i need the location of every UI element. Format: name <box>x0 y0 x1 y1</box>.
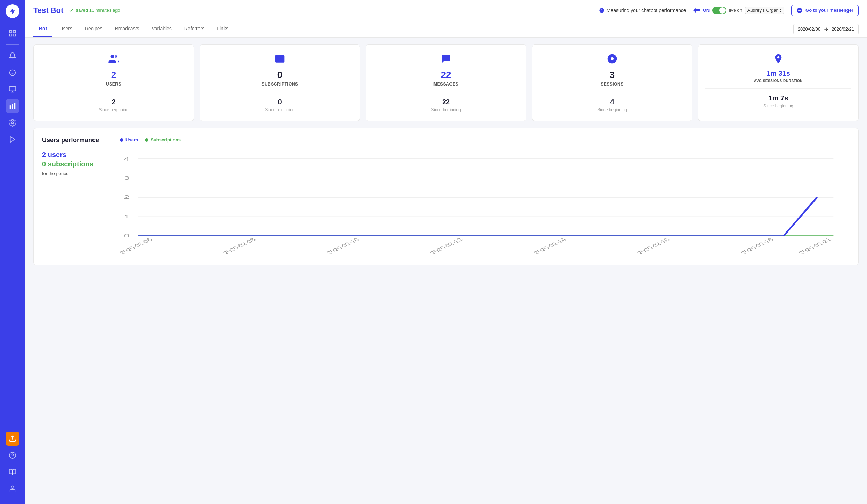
live-on-link[interactable]: Audrey's Organic <box>745 7 784 14</box>
book-icon[interactable] <box>6 465 19 479</box>
users-since-value: 2 <box>112 98 115 106</box>
chart-area: 4 3 2 1 0 2020-02-06 2020-02-08 2020-02-… <box>105 151 850 257</box>
svg-rect-1 <box>13 31 15 33</box>
messenger-button[interactable]: Go to your messenger <box>791 5 859 16</box>
stat-divider <box>705 88 851 89</box>
svg-marker-20 <box>693 8 700 13</box>
sessions-icon <box>607 53 618 67</box>
avg-duration-value: 1m 31s <box>767 70 790 78</box>
svg-point-4 <box>10 70 16 76</box>
messages-label: MESSAGES <box>433 82 459 87</box>
stat-divider <box>539 92 685 92</box>
svg-rect-5 <box>9 87 16 91</box>
bell-icon[interactable] <box>6 49 19 63</box>
svg-text:2020-02-12: 2020-02-12 <box>428 237 464 255</box>
toggle-label: ON <box>703 8 710 13</box>
chart-legend: Users Subscriptions <box>120 137 181 143</box>
mask-icon[interactable] <box>6 66 19 80</box>
arrow-icon <box>693 8 700 13</box>
date-range[interactable]: 2020/02/06 2020/02/21 <box>793 24 859 34</box>
users-value: 2 <box>111 70 116 80</box>
sessions-value: 3 <box>610 70 615 80</box>
legend-users[interactable]: Users <box>120 137 138 143</box>
chart-subs-stat: 0 subscriptions <box>42 160 98 168</box>
content-area: 2 USERS 2 Since beginning 0 SUBSCRIPTION… <box>25 38 867 504</box>
sessions-label: SESSIONS <box>601 82 623 87</box>
users-label: USERS <box>106 82 121 87</box>
sidebar-divider-1 <box>6 44 19 45</box>
tab-recipes[interactable]: Recipes <box>79 21 108 37</box>
sessions-since-label: Since beginning <box>597 107 627 112</box>
svg-rect-0 <box>10 31 12 33</box>
avg-duration-since-value: 1m 7s <box>769 94 788 102</box>
svg-text:0: 0 <box>124 233 130 238</box>
users-icon <box>108 53 119 67</box>
measuring-label: Measuring your chatbot performance <box>599 8 686 13</box>
svg-text:2020-02-21: 2020-02-21 <box>796 237 833 255</box>
tab-broadcasts[interactable]: Broadcasts <box>109 21 145 37</box>
stat-divider <box>41 92 187 92</box>
svg-text:2020-02-08: 2020-02-08 <box>221 237 258 255</box>
svg-rect-2 <box>10 34 12 36</box>
svg-point-11 <box>11 122 14 124</box>
tab-links[interactable]: Links <box>211 21 234 37</box>
main-content: Test Bot saved 16 minutes ago Measuring … <box>25 0 867 504</box>
stat-divider <box>207 92 353 92</box>
sidebar <box>0 0 25 504</box>
svg-rect-10 <box>14 103 16 109</box>
subscriptions-icon <box>274 53 285 67</box>
tab-users[interactable]: Users <box>54 21 78 37</box>
messages-value: 22 <box>441 70 451 80</box>
svg-text:2020-02-18: 2020-02-18 <box>739 237 775 255</box>
tab-variables[interactable]: Variables <box>146 21 177 37</box>
help-icon[interactable] <box>6 448 19 462</box>
svg-text:4: 4 <box>124 156 130 161</box>
stat-card-users: 2 USERS 2 Since beginning <box>33 44 194 121</box>
legend-subscriptions[interactable]: Subscriptions <box>145 137 181 143</box>
subscriptions-value: 0 <box>277 70 282 80</box>
upload-icon[interactable] <box>6 432 19 446</box>
arrow-right-icon <box>823 26 829 32</box>
stat-card-avg-duration: 1m 31s AVG SESSIONS DURATION 1m 7s Since… <box>698 44 859 121</box>
chart-section: Users performance Users Subscriptions 2 … <box>33 128 859 265</box>
chart-period: for the period <box>42 171 98 176</box>
messages-since-label: Since beginning <box>431 107 461 112</box>
svg-rect-8 <box>10 105 11 109</box>
chart-users-stat: 2 users <box>42 151 98 159</box>
line-chart-svg: 4 3 2 1 0 2020-02-06 2020-02-08 2020-02-… <box>105 151 850 255</box>
svg-text:2: 2 <box>124 195 130 200</box>
live-on-label: live on <box>729 8 742 13</box>
stat-cards: 2 USERS 2 Since beginning 0 SUBSCRIPTION… <box>33 44 859 121</box>
legend-subs-dot <box>145 138 148 142</box>
svg-text:2020-02-14: 2020-02-14 <box>532 237 568 255</box>
svg-text:2020-02-10: 2020-02-10 <box>324 237 361 255</box>
legend-users-dot <box>120 138 123 142</box>
person-icon[interactable] <box>6 482 19 496</box>
chart-icon[interactable] <box>6 99 19 113</box>
messages-icon <box>440 53 452 67</box>
stat-divider <box>373 92 519 92</box>
play-icon[interactable] <box>6 132 19 146</box>
chart-header: Users performance Users Subscriptions <box>42 137 850 144</box>
sidebar-logo[interactable] <box>6 4 19 18</box>
tab-bot[interactable]: Bot <box>33 21 52 37</box>
tab-referrers[interactable]: Referrers <box>179 21 210 37</box>
svg-text:2020-02-16: 2020-02-16 <box>635 237 672 255</box>
nav-tabs: Bot Users Recipes Broadcasts Variables R… <box>25 21 867 38</box>
svg-point-22 <box>111 55 114 58</box>
stat-card-subscriptions: 0 SUBSCRIPTIONS 0 Since beginning <box>200 44 360 121</box>
stat-card-messages: 22 MESSAGES 22 Since beginning <box>366 44 526 121</box>
grid-icon[interactable] <box>6 26 19 40</box>
chart-stats-left: 2 users 0 subscriptions for the period <box>42 151 98 257</box>
subscriptions-since-label: Since beginning <box>265 107 294 112</box>
toggle-area: ON live on Audrey's Organic <box>693 7 784 14</box>
live-toggle[interactable] <box>712 7 726 14</box>
subscriptions-label: SUBSCRIPTIONS <box>261 82 298 87</box>
widget-icon[interactable] <box>6 82 19 96</box>
svg-rect-3 <box>13 34 15 36</box>
svg-text:2020-02-06: 2020-02-06 <box>118 237 154 255</box>
svg-point-24 <box>611 57 614 60</box>
svg-point-16 <box>11 486 14 488</box>
settings-icon[interactable] <box>6 116 19 130</box>
subscriptions-since-value: 0 <box>278 98 282 106</box>
